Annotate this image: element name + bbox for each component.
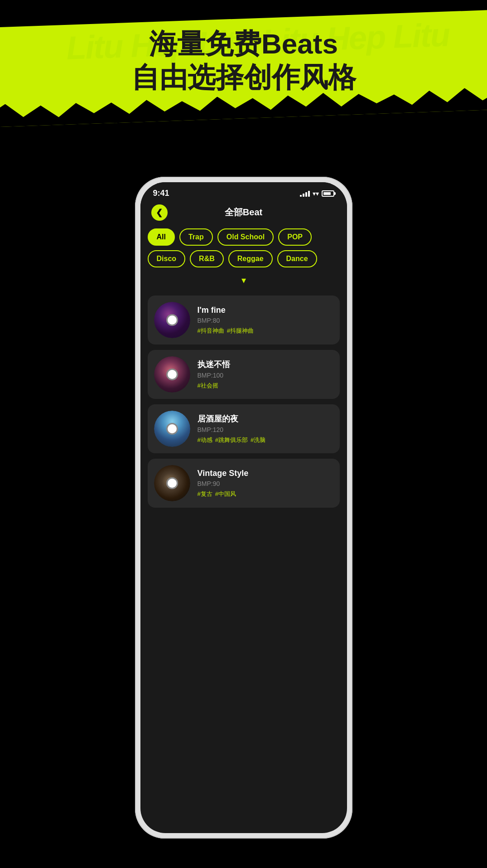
beat-tag-3-1: #跳舞俱乐部 xyxy=(215,436,248,444)
beat-cover-3 xyxy=(154,411,190,447)
battery-icon xyxy=(322,190,334,197)
expand-chevron-icon: ▾ xyxy=(241,275,246,286)
banner-line1: 海量免费Beats xyxy=(149,28,338,59)
status-time: 9:41 xyxy=(153,189,169,198)
genre-tag-dance[interactable]: Dance xyxy=(277,250,317,267)
beat-cover-2 xyxy=(154,356,190,393)
beat-tag-1-1: #抖腿神曲 xyxy=(227,327,254,335)
vinyl-disc-1 xyxy=(154,302,190,338)
beat-tag-4-1: #中国风 xyxy=(215,490,236,498)
genre-row-1: All Trap Old School POP xyxy=(148,228,340,246)
beat-tag-3-2: #洗脑 xyxy=(251,436,265,444)
beat-tags-3: #动感 #跳舞俱乐部 #洗脑 xyxy=(198,436,333,444)
vinyl-disc-4 xyxy=(154,465,190,501)
beat-info-4: Vintage Style BMP:90 #复古 #中国风 xyxy=(198,469,333,498)
phone-outer-frame: 9:41 ▾▾ ❮ 全部Beat xyxy=(135,177,352,839)
beat-info-3: 居酒屋的夜 BMP:120 #动感 #跳舞俱乐部 #洗脑 xyxy=(198,413,333,444)
beat-item-3[interactable]: 居酒屋的夜 BMP:120 #动感 #跳舞俱乐部 #洗脑 xyxy=(148,404,340,453)
beat-title-4: Vintage Style xyxy=(198,469,333,478)
vinyl-disc-2 xyxy=(154,356,190,393)
wifi-icon: ▾▾ xyxy=(313,190,319,197)
beat-cover-4 xyxy=(154,465,190,501)
beat-bpm-2: BMP:100 xyxy=(198,372,333,379)
genre-tag-rnb[interactable]: R&B xyxy=(190,250,224,267)
beat-cover-1 xyxy=(154,302,190,338)
genre-row-2: Disco R&B Reggae Dance xyxy=(148,250,340,267)
back-button[interactable]: ❮ xyxy=(151,204,168,221)
beat-tag-1-0: #抖音神曲 xyxy=(198,327,224,335)
phone-screen: 9:41 ▾▾ ❮ 全部Beat xyxy=(140,182,347,833)
genre-tag-reggae[interactable]: Reggae xyxy=(228,250,273,267)
banner-section: Litu Hep Litu Litu Hep Litu 海量免费Beats 自由… xyxy=(0,0,487,163)
beat-tags-4: #复古 #中国风 xyxy=(198,490,333,498)
page-title: 全部Beat xyxy=(225,206,262,218)
beat-bpm-3: BMP:120 xyxy=(198,426,333,433)
genre-tag-all[interactable]: All xyxy=(148,228,175,246)
beat-tag-2-0: #社会摇 xyxy=(198,382,218,390)
beat-title-1: I'm fine xyxy=(198,305,333,315)
beat-tag-3-0: #动感 xyxy=(198,436,212,444)
app-header: ❮ 全部Beat xyxy=(140,202,347,223)
beat-info-1: I'm fine BMP:80 #抖音神曲 #抖腿神曲 xyxy=(198,305,333,335)
genre-tag-trap[interactable]: Trap xyxy=(179,228,213,246)
beat-title-3: 居酒屋的夜 xyxy=(198,413,333,424)
beats-list: I'm fine BMP:80 #抖音神曲 #抖腿神曲 执迷不悟 xyxy=(140,292,347,511)
expand-genres-button[interactable]: ▾ xyxy=(148,272,340,288)
beat-tags-1: #抖音神曲 #抖腿神曲 xyxy=(198,327,333,335)
beat-title-2: 执迷不悟 xyxy=(198,359,333,370)
beat-tags-2: #社会摇 xyxy=(198,382,333,390)
beat-bpm-1: BMP:80 xyxy=(198,317,333,324)
beat-bpm-4: BMP:90 xyxy=(198,480,333,487)
banner-main-text: 海量免费Beats 自由选择创作风格 xyxy=(0,27,487,95)
banner-line2: 自由选择创作风格 xyxy=(131,62,356,93)
genre-tag-disco[interactable]: Disco xyxy=(148,250,186,267)
signal-icon xyxy=(300,190,310,197)
genre-filter-section: All Trap Old School POP Disco R&B Reggae… xyxy=(140,223,347,292)
vinyl-disc-3 xyxy=(154,411,190,447)
phone-mockup: 9:41 ▾▾ ❮ 全部Beat xyxy=(135,177,352,839)
status-bar: 9:41 ▾▾ xyxy=(140,182,347,202)
beat-item-2[interactable]: 执迷不悟 BMP:100 #社会摇 xyxy=(148,350,340,399)
status-icons: ▾▾ xyxy=(300,190,334,197)
back-arrow-icon: ❮ xyxy=(156,209,163,217)
genre-tag-oldschool[interactable]: Old School xyxy=(217,228,274,246)
beat-item-1[interactable]: I'm fine BMP:80 #抖音神曲 #抖腿神曲 xyxy=(148,296,340,344)
genre-tag-pop[interactable]: POP xyxy=(278,228,312,246)
beat-info-2: 执迷不悟 BMP:100 #社会摇 xyxy=(198,359,333,390)
beat-item-4[interactable]: Vintage Style BMP:90 #复古 #中国风 xyxy=(148,459,340,508)
beat-tag-4-0: #复古 xyxy=(198,490,212,498)
